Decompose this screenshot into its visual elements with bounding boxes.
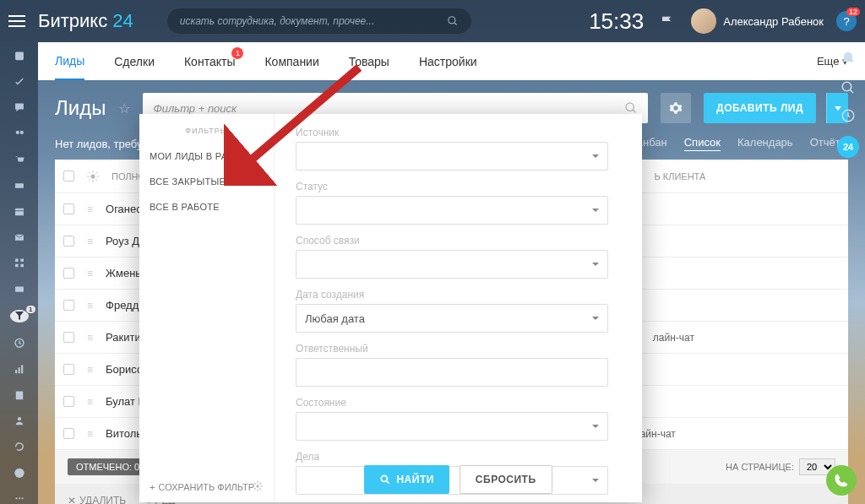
avatar[interactable] <box>691 8 716 34</box>
drag-handle[interactable]: ≡ <box>87 300 93 312</box>
add-lead-button[interactable]: ДОБАВИТЬ ЛИД <box>704 93 816 123</box>
calendar-icon[interactable] <box>12 206 27 217</box>
tasks-icon[interactable] <box>12 77 27 88</box>
view-calendar[interactable]: Календарь <box>737 136 793 151</box>
row-checkbox[interactable] <box>63 396 74 407</box>
crm-icon[interactable] <box>10 310 29 323</box>
drag-handle[interactable]: ≡ <box>87 236 93 247</box>
svg-rect-9 <box>15 209 24 215</box>
time-icon[interactable] <box>12 338 27 349</box>
svg-point-0 <box>449 17 455 24</box>
contacts-icon[interactable] <box>12 390 27 401</box>
drag-handle[interactable]: ≡ <box>87 428 93 440</box>
search-placeholder: искать сотрудника, документ, прочее... <box>180 15 374 27</box>
feed-icon[interactable] <box>12 51 27 62</box>
chat-icon[interactable] <box>12 102 27 113</box>
select-state[interactable] <box>296 412 608 441</box>
settings-button[interactable] <box>661 93 691 123</box>
preset-all-closed[interactable]: ВСЕ ЗАКРЫТЫЕ <box>139 169 274 194</box>
select-contact[interactable] <box>296 250 608 279</box>
find-button[interactable]: НАЙТИ <box>364 465 449 494</box>
label-contact: Способ связи <box>296 235 608 247</box>
global-search[interactable]: искать сотрудника, документ, прочее... <box>167 8 471 34</box>
refresh-icon[interactable] <box>12 442 27 453</box>
user-icon[interactable] <box>12 415 27 426</box>
filter-gear-icon[interactable] <box>252 480 264 492</box>
tab-deals[interactable]: Сделки <box>114 44 155 79</box>
preset-my-leads[interactable]: МОИ ЛИДЫ В РАБОТ <box>139 144 274 169</box>
row-checkbox[interactable] <box>63 332 74 343</box>
tab-leads[interactable]: Лиды <box>55 43 84 80</box>
row-checkbox[interactable] <box>63 364 74 375</box>
svg-rect-14 <box>15 264 19 268</box>
svg-rect-8 <box>15 184 24 189</box>
svg-rect-16 <box>15 287 24 292</box>
svg-line-1 <box>454 23 457 25</box>
svg-point-31 <box>382 475 388 481</box>
menu-toggle[interactable] <box>8 15 25 27</box>
apps-icon[interactable] <box>12 257 27 268</box>
drive-icon[interactable] <box>12 180 27 191</box>
call-button[interactable] <box>826 465 857 496</box>
select-status[interactable] <box>296 196 608 225</box>
reset-button[interactable]: СБРОСИТЬ <box>460 465 552 494</box>
search-icon[interactable] <box>841 80 856 95</box>
star-icon[interactable]: ☆ <box>118 100 130 117</box>
drag-handle[interactable]: ≡ <box>87 364 93 376</box>
svg-line-3 <box>850 89 853 93</box>
select-created[interactable]: Любая дата <box>296 304 608 333</box>
tab-products[interactable]: Товары <box>349 44 389 79</box>
bell-icon[interactable] <box>840 51 857 68</box>
svg-rect-19 <box>18 367 19 373</box>
row-checkbox[interactable] <box>63 428 74 439</box>
row-checkbox[interactable] <box>63 268 74 279</box>
card-icon[interactable] <box>12 284 27 295</box>
help-button[interactable]: ? <box>836 11 857 31</box>
row-extra: лайн-чат <box>653 332 694 344</box>
page-title: Лиды <box>55 96 106 120</box>
clock-icon[interactable] <box>841 108 856 123</box>
svg-rect-18 <box>15 370 17 373</box>
select-source[interactable] <box>296 142 608 171</box>
save-filter[interactable]: + СОХРАНИТЬ ФИЛЬТР <box>150 482 254 492</box>
row-checkbox[interactable] <box>63 300 74 311</box>
drag-handle[interactable]: ≡ <box>87 268 93 279</box>
b24-badge[interactable]: 24 <box>837 136 859 158</box>
svg-point-2 <box>842 82 851 91</box>
svg-point-26 <box>21 498 23 500</box>
view-list[interactable]: Список <box>684 136 721 151</box>
select-all-checkbox[interactable] <box>63 171 74 182</box>
col-client[interactable]: Ь КЛИЕНТА <box>655 171 706 182</box>
gear-icon <box>669 101 683 115</box>
grid-gear-icon[interactable] <box>87 171 99 182</box>
preset-all-active[interactable]: ВСЕ В РАБОТЕ <box>139 194 274 219</box>
tab-contacts[interactable]: Контакты1 <box>184 44 235 79</box>
groups-icon[interactable] <box>12 128 27 139</box>
svg-point-6 <box>15 131 19 134</box>
more-icon[interactable] <box>12 493 27 504</box>
check-icon[interactable] <box>12 468 27 479</box>
filter-panel: ФИЛЬТРЫ МОИ ЛИДЫ В РАБОТ ВСЕ ЗАКРЫТЫЕ ВС… <box>139 114 642 502</box>
delete-action[interactable]: ✕ УДАЛИТЬ <box>68 495 126 504</box>
phone-icon <box>834 473 849 488</box>
svg-point-29 <box>90 174 95 178</box>
flag-icon[interactable] <box>661 16 674 26</box>
chart-icon[interactable] <box>12 364 27 375</box>
row-checkbox[interactable] <box>63 203 74 214</box>
cart-icon[interactable] <box>12 154 27 165</box>
drag-handle[interactable]: ≡ <box>87 396 93 408</box>
svg-line-32 <box>387 481 389 484</box>
tab-settings[interactable]: Настройки <box>419 44 477 79</box>
drag-handle[interactable]: ≡ <box>87 332 93 344</box>
label-source: Источник <box>296 127 608 138</box>
row-checkbox[interactable] <box>63 236 74 247</box>
input-responsible[interactable] <box>296 358 608 387</box>
svg-rect-12 <box>15 259 19 263</box>
svg-line-28 <box>633 110 635 112</box>
username[interactable]: Александр Рабенок <box>723 15 824 28</box>
tab-companies[interactable]: Компании <box>264 44 318 79</box>
logo[interactable]: Битрикс 24 <box>38 10 133 32</box>
drag-handle[interactable]: ≡ <box>87 203 93 215</box>
label-status: Статус <box>296 181 608 192</box>
mail-icon[interactable] <box>12 232 27 243</box>
